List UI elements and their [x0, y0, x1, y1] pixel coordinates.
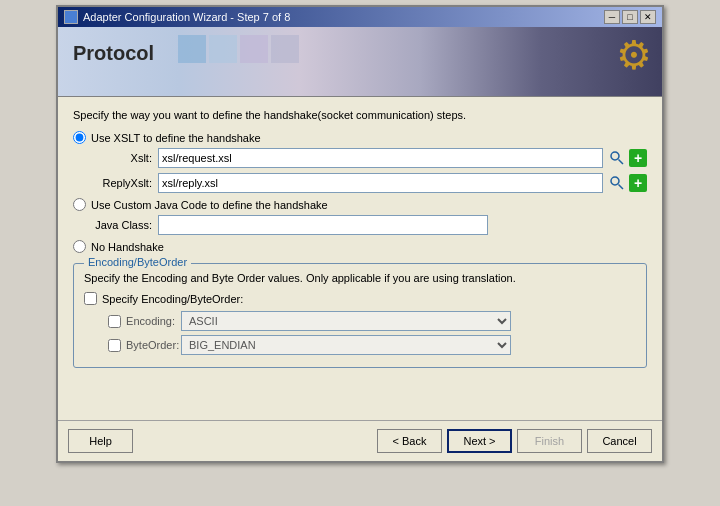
- next-button[interactable]: Next >: [447, 429, 512, 453]
- xslt-input[interactable]: [158, 148, 603, 168]
- specify-encoding-checkbox[interactable]: [84, 292, 97, 305]
- encoding-label: Encoding:: [126, 315, 181, 327]
- reply-xslt-input[interactable]: [158, 173, 603, 193]
- footer-left: Help: [68, 429, 133, 453]
- byte-order-select[interactable]: BIG_ENDIAN LITTLE_ENDIAN: [181, 335, 511, 355]
- encoding-checkbox[interactable]: [108, 315, 121, 328]
- title-bar: Adapter Configuration Wizard - Step 7 of…: [58, 7, 662, 27]
- reply-xslt-search-button[interactable]: [607, 173, 627, 193]
- java-class-field-row: Java Class:: [93, 215, 647, 235]
- encoding-field-row: Encoding: ASCII UTF-8 UTF-16 ISO-8859-1: [104, 311, 636, 331]
- title-bar-left: Adapter Configuration Wizard - Step 7 of…: [64, 10, 290, 24]
- xslt-actions: +: [607, 148, 647, 168]
- search-icon: [609, 175, 625, 191]
- wizard-window: Adapter Configuration Wizard - Step 7 of…: [56, 5, 664, 463]
- app-icon: [64, 10, 78, 24]
- reply-xslt-field-row: ReplyXslt: +: [93, 173, 647, 193]
- header-banner: Protocol ⚙: [58, 27, 662, 97]
- maximize-button[interactable]: □: [622, 10, 638, 24]
- gear-icon: ⚙: [616, 32, 652, 78]
- color-block-1: [178, 35, 206, 63]
- title-bar-controls: ─ □ ✕: [604, 10, 656, 24]
- search-icon: [609, 150, 625, 166]
- color-block-4: [271, 35, 299, 63]
- no-handshake-radio-row: No Handshake: [73, 240, 647, 253]
- svg-line-1: [619, 160, 624, 165]
- finish-button[interactable]: Finish: [517, 429, 582, 453]
- color-block-2: [209, 35, 237, 63]
- use-custom-java-label: Use Custom Java Code to define the hands…: [91, 199, 328, 211]
- content-area: Specify the way you want to define the h…: [58, 97, 662, 390]
- encoding-section: Encoding/ByteOrder Specify the Encoding …: [73, 263, 647, 368]
- xslt-label: Xslt:: [93, 152, 158, 164]
- java-class-input[interactable]: [158, 215, 488, 235]
- byte-order-field-row: ByteOrder: BIG_ENDIAN LITTLE_ENDIAN: [104, 335, 636, 355]
- color-block-3: [240, 35, 268, 63]
- no-handshake-label: No Handshake: [91, 241, 164, 253]
- java-class-label: Java Class:: [93, 219, 158, 231]
- section-description: Specify the way you want to define the h…: [73, 109, 647, 121]
- byte-order-checkbox[interactable]: [108, 339, 121, 352]
- svg-point-0: [611, 152, 619, 160]
- help-button[interactable]: Help: [68, 429, 133, 453]
- no-handshake-radio[interactable]: [73, 240, 86, 253]
- specify-encoding-label: Specify Encoding/ByteOrder:: [102, 293, 243, 305]
- use-xslt-radio-row: Use XSLT to define the handshake: [73, 131, 647, 144]
- window-title: Adapter Configuration Wizard - Step 7 of…: [83, 11, 290, 23]
- use-custom-java-radio[interactable]: [73, 198, 86, 211]
- svg-point-2: [611, 177, 619, 185]
- reply-xslt-add-button[interactable]: +: [629, 174, 647, 192]
- encoding-description: Specify the Encoding and Byte Order valu…: [84, 272, 636, 284]
- footer: Help < Back Next > Finish Cancel: [58, 420, 662, 461]
- page-title: Protocol: [73, 42, 154, 65]
- encoding-legend: Encoding/ByteOrder: [84, 256, 191, 268]
- use-xslt-label: Use XSLT to define the handshake: [91, 132, 261, 144]
- cancel-button[interactable]: Cancel: [587, 429, 652, 453]
- minimize-button[interactable]: ─: [604, 10, 620, 24]
- xslt-field-row: Xslt: +: [93, 148, 647, 168]
- xslt-add-button[interactable]: +: [629, 149, 647, 167]
- xslt-search-button[interactable]: [607, 148, 627, 168]
- reply-xslt-actions: +: [607, 173, 647, 193]
- back-button[interactable]: < Back: [377, 429, 442, 453]
- svg-line-3: [619, 185, 624, 190]
- use-xslt-radio[interactable]: [73, 131, 86, 144]
- header-color-blocks: [178, 35, 299, 63]
- specify-encoding-checkbox-row: Specify Encoding/ByteOrder:: [84, 292, 636, 305]
- footer-right: < Back Next > Finish Cancel: [377, 429, 652, 453]
- encoding-select[interactable]: ASCII UTF-8 UTF-16 ISO-8859-1: [181, 311, 511, 331]
- close-button[interactable]: ✕: [640, 10, 656, 24]
- reply-xslt-label: ReplyXslt:: [93, 177, 158, 189]
- use-custom-java-radio-row: Use Custom Java Code to define the hands…: [73, 198, 647, 211]
- byte-order-label: ByteOrder:: [126, 339, 181, 351]
